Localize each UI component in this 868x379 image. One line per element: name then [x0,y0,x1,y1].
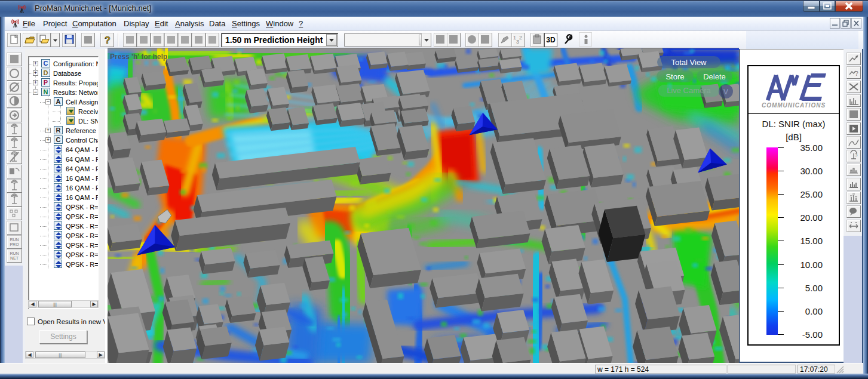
svg-text:Live Camera: Live Camera [667,86,711,95]
svg-text:Store: Store [665,72,684,81]
svg-text:3: 3 [855,152,858,158]
svg-text:Total View: Total View [671,58,707,67]
svg-text:Press 'h' for help: Press 'h' for help [110,53,167,61]
svg-text:?: ? [855,70,858,77]
svg-text:2: 2 [519,35,522,41]
svg-text:V: V [723,88,728,96]
svg-text:Delete: Delete [703,72,726,81]
svg-text:?: ? [105,35,111,45]
